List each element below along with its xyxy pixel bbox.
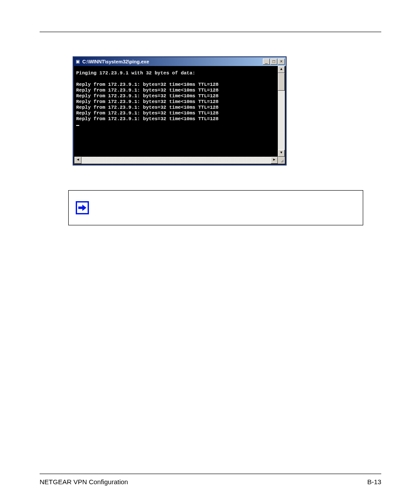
minimize-button[interactable]: _	[263, 59, 270, 65]
arrow-right-icon	[76, 201, 89, 214]
maximize-button[interactable]: □	[270, 59, 277, 65]
footer-page-number: B-13	[367, 478, 381, 486]
console-window: ▣ C:\WINNT\system32\ping.exe _ □ × Pingi…	[73, 56, 287, 166]
scroll-up-icon[interactable]: ▲	[278, 66, 285, 73]
note-text	[96, 191, 363, 225]
console-title: C:\WINNT\system32\ping.exe	[82, 59, 263, 64]
close-button[interactable]: ×	[278, 59, 285, 65]
page: ▣ C:\WINNT\system32\ping.exe _ □ × Pingi…	[40, 0, 381, 504]
page-footer: NETGEAR VPN Configuration B-13	[40, 478, 381, 486]
console-line: Reply from 172.23.9.1: bytes=32 time<10m…	[76, 105, 218, 110]
scroll-down-icon[interactable]: ▼	[278, 150, 285, 157]
console-cursor	[76, 125, 79, 126]
console-titlebar[interactable]: ▣ C:\WINNT\system32\ping.exe _ □ ×	[74, 57, 286, 66]
console-line: Pinging 172.23.9.1 with 32 bytes of data…	[76, 70, 195, 76]
vertical-scrollbar[interactable]: ▲ ▼	[278, 66, 285, 157]
note-icon-cell	[69, 191, 96, 225]
note-box	[68, 190, 363, 225]
console-output: Pinging 172.23.9.1 with 32 bytes of data…	[74, 66, 278, 157]
console-line: Reply from 172.23.9.1: bytes=32 time<10m…	[76, 93, 218, 99]
resize-grip-icon[interactable]	[278, 157, 285, 164]
scroll-thumb-vertical[interactable]	[278, 73, 285, 91]
scroll-track-horizontal[interactable]	[81, 157, 271, 164]
top-horizontal-rule	[40, 32, 381, 32]
console-line: Reply from 172.23.9.1: bytes=32 time<10m…	[76, 116, 218, 121]
console-line: Reply from 172.23.9.1: bytes=32 time<10m…	[76, 110, 218, 116]
scroll-right-icon[interactable]: ►	[271, 157, 278, 164]
scroll-left-icon[interactable]: ◄	[74, 157, 81, 164]
horizontal-scrollbar[interactable]: ◄ ►	[74, 157, 278, 164]
console-line: Reply from 172.23.9.1: bytes=32 time<10m…	[76, 88, 218, 93]
cmd-icon: ▣	[74, 59, 81, 65]
console-line: Reply from 172.23.9.1: bytes=32 time<10m…	[76, 82, 218, 87]
footer-title: NETGEAR VPN Configuration	[40, 478, 128, 486]
scroll-track-vertical[interactable]	[278, 73, 285, 150]
bottom-horizontal-rule	[40, 474, 381, 474]
console-line: Reply from 172.23.9.1: bytes=32 time<10m…	[76, 99, 218, 104]
